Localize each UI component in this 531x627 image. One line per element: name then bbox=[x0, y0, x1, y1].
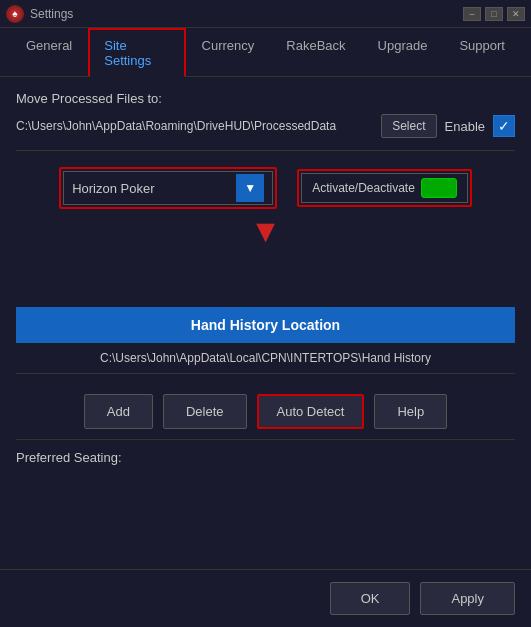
arrow-decoration: ▼ bbox=[16, 215, 515, 247]
enable-label: Enable bbox=[445, 119, 485, 134]
down-arrow-icon: ▼ bbox=[250, 215, 282, 247]
file-path-row: C:\Users\John\AppData\Roaming\DriveHUD\P… bbox=[16, 114, 515, 138]
dropdown-activate-section: Horizon Poker ▼ Activate/Deactivate ▼ bbox=[16, 167, 515, 247]
auto-detect-button[interactable]: Auto Detect bbox=[257, 394, 365, 429]
dropdown-wrapper: Horizon Poker ▼ bbox=[59, 167, 277, 209]
file-path-text: C:\Users\John\AppData\Roaming\DriveHUD\P… bbox=[16, 119, 373, 133]
apply-button[interactable]: Apply bbox=[420, 582, 515, 615]
close-button[interactable]: ✕ bbox=[507, 7, 525, 21]
dropdown-arrow-icon: ▼ bbox=[236, 174, 264, 202]
dropdown-activate-row: Horizon Poker ▼ Activate/Deactivate bbox=[16, 167, 515, 209]
add-button[interactable]: Add bbox=[84, 394, 153, 429]
action-buttons-row: Add Delete Auto Detect Help bbox=[16, 394, 515, 429]
tab-rakeback[interactable]: RakeBack bbox=[270, 28, 361, 76]
select-button[interactable]: Select bbox=[381, 114, 436, 138]
tab-site-settings[interactable]: Site Settings bbox=[88, 28, 185, 76]
activate-wrapper: Activate/Deactivate bbox=[297, 169, 472, 207]
preferred-seating-label: Preferred Seating: bbox=[16, 450, 515, 465]
divider-2 bbox=[16, 373, 515, 374]
move-processed-label: Move Processed Files to: bbox=[16, 91, 515, 106]
site-dropdown[interactable]: Horizon Poker ▼ bbox=[63, 171, 273, 205]
activate-label: Activate/Deactivate bbox=[312, 181, 415, 195]
tab-general[interactable]: General bbox=[10, 28, 88, 76]
divider-3 bbox=[16, 439, 515, 440]
maximize-button[interactable]: □ bbox=[485, 7, 503, 21]
dropdown-value: Horizon Poker bbox=[72, 181, 236, 196]
title-bar: ♠ Settings – □ ✕ bbox=[0, 0, 531, 28]
main-content: Move Processed Files to: C:\Users\John\A… bbox=[0, 77, 531, 489]
tab-bar: General Site Settings Currency RakeBack … bbox=[0, 28, 531, 77]
activate-row: Activate/Deactivate bbox=[301, 173, 468, 203]
tab-upgrade[interactable]: Upgrade bbox=[362, 28, 444, 76]
divider-1 bbox=[16, 150, 515, 151]
window-controls[interactable]: – □ ✕ bbox=[463, 7, 525, 21]
minimize-button[interactable]: – bbox=[463, 7, 481, 21]
help-button[interactable]: Help bbox=[374, 394, 447, 429]
bottom-bar: OK Apply bbox=[0, 569, 531, 627]
tab-currency[interactable]: Currency bbox=[186, 28, 271, 76]
enable-checkbox[interactable]: ✓ bbox=[493, 115, 515, 137]
hand-history-location-button[interactable]: Hand History Location bbox=[16, 307, 515, 343]
tab-support[interactable]: Support bbox=[443, 28, 521, 76]
hhl-path-text: C:\Users\John\AppData\Local\CPN\INTERTOP… bbox=[16, 351, 515, 365]
app-icon: ♠ bbox=[6, 5, 24, 23]
activate-toggle[interactable] bbox=[421, 178, 457, 198]
delete-button[interactable]: Delete bbox=[163, 394, 247, 429]
ok-button[interactable]: OK bbox=[330, 582, 411, 615]
window-title: Settings bbox=[30, 7, 73, 21]
title-bar-left: ♠ Settings bbox=[6, 5, 73, 23]
